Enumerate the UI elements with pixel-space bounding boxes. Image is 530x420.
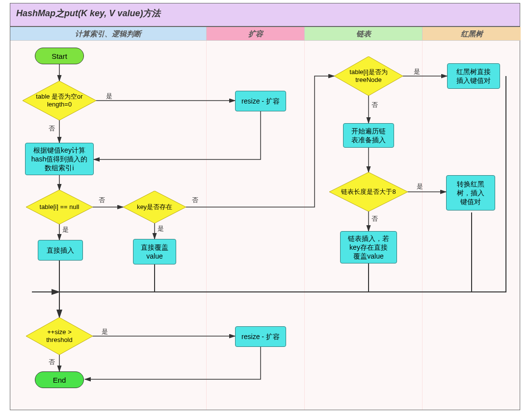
diagram-title: HashMap之put(K key, V value)方法 xyxy=(10,3,520,26)
edge-label-no: 否 xyxy=(99,196,105,205)
process-rbtree-insert: 红黑树直接插入键值对 xyxy=(447,63,500,89)
decision-size-threshold-label: ++size >threshold xyxy=(26,317,93,355)
process-overwrite: 直接覆盖value xyxy=(133,239,176,264)
lane-header-col1: 计算索引、逻辑判断 xyxy=(10,27,207,41)
decision-key-exists-label: key是否存在 xyxy=(123,191,186,223)
decision-list-len8-label: 链表长度是否大于8 xyxy=(329,172,408,211)
process-traverse: 开始遍历链表准备插入 xyxy=(343,123,394,148)
process-convert-tree: 转换红黑树，插入键值对 xyxy=(446,175,495,210)
lane-header-col3: 链表 xyxy=(305,27,423,41)
edge-label-yes: 是 xyxy=(417,182,423,191)
process-resize-1: resize - 扩容 xyxy=(235,91,286,111)
lane-body-col3 xyxy=(305,41,423,410)
decision-list-len8: 链表长度是否大于8 xyxy=(329,172,408,211)
decision-table-empty: table 是否为空orlength=0 xyxy=(23,81,96,120)
edge-label-no: 否 xyxy=(49,358,55,367)
edge-label-yes: 是 xyxy=(106,92,112,101)
decision-table-i-null-label: table[i] == null xyxy=(26,190,93,224)
lane-header-col2: 扩容 xyxy=(207,27,305,41)
edge-label-yes: 是 xyxy=(414,67,420,76)
start-node: Start xyxy=(35,48,84,64)
lane-header-col4: 红黑树 xyxy=(423,27,521,41)
edge-label-no: 否 xyxy=(371,101,378,109)
lane-body-col4 xyxy=(423,41,521,410)
decision-treenode: table[i]是否为treeNode xyxy=(334,56,403,96)
edge-label-no: 否 xyxy=(49,124,55,133)
swimlanes: 计算索引、逻辑判断 扩容 链表 红黑树 xyxy=(10,26,520,410)
edge-label-no: 否 xyxy=(371,214,378,223)
title-prefix: HashMap之 xyxy=(16,8,64,18)
process-list-insert: 链表插入，若key存在直接覆盖value xyxy=(340,231,397,263)
title-suffix: 方法 xyxy=(143,8,160,18)
edge-label-yes: 是 xyxy=(62,225,69,234)
decision-treenode-label: table[i]是否为treeNode xyxy=(334,56,403,96)
process-resize-2: resize - 扩容 xyxy=(235,326,286,347)
decision-size-threshold: ++size >threshold xyxy=(26,317,93,355)
flowchart-diagram: HashMap之put(K key, V value)方法 计算索引、逻辑判断 … xyxy=(0,0,530,420)
edge-label-yes: 是 xyxy=(158,224,164,233)
process-direct-insert: 直接插入 xyxy=(38,240,83,261)
decision-key-exists: key是否存在 xyxy=(123,191,186,223)
decision-table-empty-label: table 是否为空orlength=0 xyxy=(23,81,96,120)
edge-label-yes: 是 xyxy=(102,327,108,336)
edge-label-no: 否 xyxy=(192,196,198,205)
title-method: put(K key, V value) xyxy=(64,8,143,18)
process-compute-index: 根据键值key计算hash值得到插入的数组索引i xyxy=(25,143,94,175)
decision-table-i-null: table[i] == null xyxy=(26,190,93,224)
end-node: End xyxy=(35,371,84,388)
